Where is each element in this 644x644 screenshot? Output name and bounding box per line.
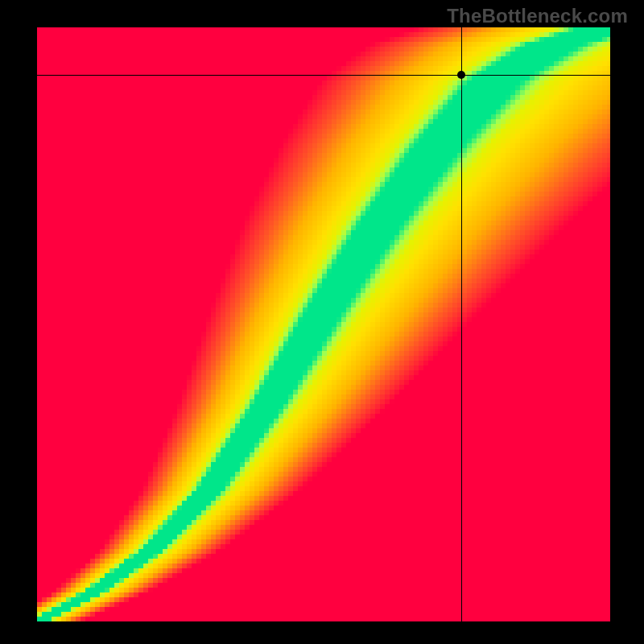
marker-dot: [457, 71, 465, 79]
heatmap-canvas: [37, 27, 610, 621]
crosshair-horizontal: [37, 75, 610, 76]
chart-stage: TheBottleneck.com: [0, 0, 644, 644]
crosshair-vertical: [461, 27, 462, 621]
watermark-text: TheBottleneck.com: [447, 5, 628, 27]
